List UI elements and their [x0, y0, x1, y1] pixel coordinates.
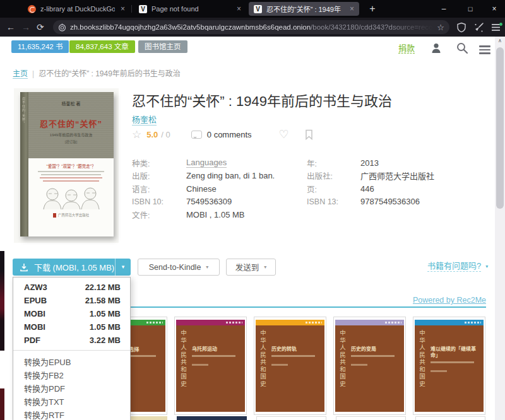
detail-row: ISBN 10:7549536309	[132, 195, 304, 209]
send-to-caret-icon: ▾	[264, 264, 266, 270]
author-link[interactable]: 杨奎松	[132, 115, 157, 125]
zlibrary-favicon-icon: V	[254, 5, 262, 13]
bookmark-star-icon[interactable]: ☆	[437, 23, 444, 32]
format-menu-item[interactable]: PDF3.22 MB	[13, 334, 130, 347]
recommended-book-card[interactable]: 中华人民共和国史 难以继续的「继续革命」	[413, 317, 485, 415]
back-button[interactable]: ←	[6, 21, 15, 33]
publisher-logo-icon	[53, 213, 56, 218]
convert-menu-item[interactable]: 转换为RTF	[13, 409, 130, 420]
download-options-caret[interactable]: ▾	[115, 259, 131, 276]
forward-button[interactable]: →	[21, 21, 30, 33]
cover-edition: [增订版]	[65, 139, 78, 144]
tab-close-icon[interactable]: ×	[121, 4, 125, 13]
detail-row: 出版:Zeng ding ban, di 1 ban.	[132, 170, 304, 183]
powered-by-rec2me-link[interactable]: Powered by Rec2Me	[379, 296, 486, 305]
new-tab-button[interactable]: +	[365, 1, 380, 16]
book-cover-image[interactable]: 忍不住的“关怀” 杨奎松 著 忍不住的“关怀” 1949年前后的书生与政治 [增…	[14, 88, 119, 243]
tab-title: 忍不住的“关怀” : 1949年前后的	[266, 4, 341, 14]
reload-button[interactable]: ⟳	[37, 21, 44, 33]
format-menu-item[interactable]: EPUB21.58 MB	[13, 294, 130, 307]
send-to-kindle-label: Send-to-Kindle	[149, 263, 201, 272]
convert-menu-item[interactable]: 转换为TXT	[13, 395, 130, 409]
report-problem-link[interactable]: 书籍有问题吗? ▾	[427, 261, 488, 272]
book-details-left: 种类:Languages 出版:Zeng ding ban, di 1 ban.…	[132, 156, 304, 221]
rating-count: / 0	[161, 130, 170, 139]
recommended-title: 历史的变局	[351, 346, 402, 353]
books-count-badge[interactable]: 11,635,242 书	[11, 40, 69, 53]
breadcrumb-home-link[interactable]: 主页	[13, 69, 28, 79]
series-color-bar	[256, 320, 324, 325]
page-scrollbar[interactable]: ∧	[495, 37, 505, 420]
favorite-heart-icon[interactable]: ♡	[279, 129, 289, 140]
page-title: 忍不住的“关怀” : 1949年前后的书生与政治	[132, 90, 485, 110]
duckduckgo-favicon-icon	[28, 5, 36, 13]
rating-score: 5.0	[146, 130, 158, 139]
rating-row: ☆ 5.0 / 0 0 comments ♡	[132, 128, 313, 141]
convert-menu-item[interactable]: 转换为FB2	[13, 369, 130, 382]
detail-row: 年:2013	[307, 156, 458, 170]
cover-subtitle: 1949年前后的书生与政治	[50, 132, 92, 137]
recommended-book-card[interactable]	[256, 416, 326, 420]
series-color-bar	[415, 320, 484, 325]
tab-page-not-found[interactable]: V Page not found ×	[134, 2, 246, 16]
convert-menu-item[interactable]: 转换为PDF	[13, 382, 130, 395]
window-close-button[interactable]: ×	[484, 0, 505, 18]
url-path: /book/3432180/cdd343?dsource=recom	[311, 23, 433, 31]
recommended-book-card[interactable]: 中华人民共和国史 历史的变局	[333, 317, 406, 415]
series-calligraphy: 中华人民共和国史	[179, 330, 187, 388]
scrollbar-up-arrow-icon[interactable]: ∧	[495, 38, 505, 44]
download-button[interactable]: 下载 (MOBI, 1.05 MB) ▾	[13, 259, 131, 276]
detail-row: 页:446	[307, 182, 458, 195]
library-home-badge[interactable]: 图书馆主页	[138, 40, 187, 53]
format-menu-item[interactable]: MOBI1.05 MB	[13, 307, 130, 320]
url-domain: zh.bookszlibb74ugqojhzhg2a63w5i2atv5bqar…	[70, 23, 311, 31]
articles-count-badge[interactable]: 84,837,643 文章	[69, 40, 135, 53]
series-calligraphy: 中华人民共和国史	[338, 330, 347, 388]
broom-new-identity-icon[interactable]	[473, 22, 484, 33]
recommended-book-card[interactable]	[415, 416, 485, 420]
tab-close-icon[interactable]: ×	[237, 4, 241, 13]
tab-book-page-active[interactable]: V 忍不住的“关怀” : 1949年前后的 ×	[249, 2, 359, 16]
comments-count[interactable]: 0 comments	[207, 130, 252, 139]
partial-cover-edge	[0, 251, 4, 351]
series-color-bar	[176, 320, 245, 325]
rating-star-icon[interactable]: ☆	[132, 129, 141, 140]
categories-link[interactable]: Languages	[186, 158, 227, 168]
send-to-button[interactable]: 发送到 ▾	[226, 259, 276, 276]
tab-title: z-library at DuckDuckGo	[40, 5, 115, 13]
format-menu-item[interactable]: AZW322.12 MB	[13, 281, 130, 294]
address-bar[interactable]: zh.bookszlibb74ugqojhzhg2a63w5i2atv5bqar…	[53, 20, 449, 34]
window-minimize-button[interactable]: –	[433, 0, 454, 18]
url-text: zh.bookszlibb74ugqojhzhg2a63w5i2atv5bqar…	[70, 23, 433, 31]
tab-close-icon[interactable]: ×	[350, 4, 354, 13]
format-menu-item[interactable]: MOBI1.05 MB	[13, 320, 130, 334]
browser-window: z-library at DuckDuckGo × V Page not fou…	[0, 0, 505, 420]
send-to-label: 发送到	[235, 261, 259, 273]
book-front-cover: 杨奎松 著 忍不住的“关怀” 1949年前后的书生与政治 [增订版] “爱国”？…	[28, 92, 114, 236]
donate-link[interactable]: 捐款	[398, 44, 415, 54]
window-maximize-button[interactable]: □	[460, 0, 481, 18]
send-to-kindle-button[interactable]: Send-to-Kindle ▾	[138, 259, 220, 276]
recommended-title: 历史的转轨	[271, 346, 323, 353]
menu-hamburger-icon[interactable]	[491, 22, 502, 33]
site-menu-icon[interactable]	[479, 44, 490, 56]
search-icon[interactable]	[456, 42, 468, 54]
convert-menu-item[interactable]: 转换为EPUB	[13, 356, 130, 369]
recommended-book-card[interactable]: 中华人民共和国史 乌托邦运动	[174, 317, 247, 415]
recommended-book-card[interactable]	[177, 416, 247, 420]
scrollbar-thumb[interactable]	[496, 47, 504, 209]
detail-row: 语言:Chinese	[132, 182, 304, 195]
user-profile-icon[interactable]	[430, 42, 443, 54]
recommended-book-card[interactable]	[336, 416, 406, 420]
portraits-sketch	[39, 184, 104, 209]
tab-duckduckgo[interactable]: z-library at DuckDuckGo ×	[23, 2, 130, 16]
breadcrumb-separator: |	[32, 69, 34, 78]
book-details-right: 年:2013 出版社:广西师范大学出版社 页:446 ISBN 13:97875…	[307, 156, 458, 208]
bookmark-icon[interactable]	[305, 129, 313, 140]
shield-icon[interactable]	[456, 22, 466, 33]
series-calligraphy: 中华人民共和国史	[258, 330, 267, 388]
tab-separator	[131, 5, 132, 13]
recommended-book-card[interactable]: 中华人民共和国史 历史的转轨	[254, 317, 326, 415]
kindle-caret-icon: ▾	[206, 264, 208, 270]
download-button-label: 下载 (MOBI, 1.05 MB)	[34, 261, 114, 273]
